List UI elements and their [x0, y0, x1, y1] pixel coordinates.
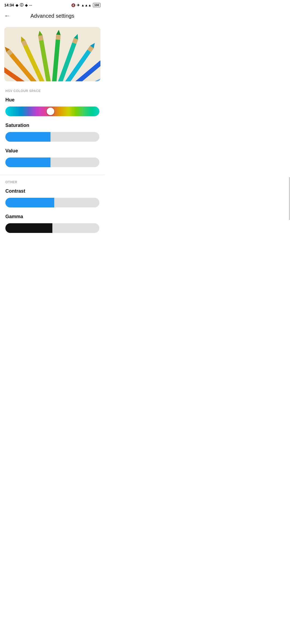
gamma-slider-section: Gamma — [0, 214, 105, 235]
battery-icon: 100 — [93, 3, 100, 7]
hue-thumb[interactable] — [47, 108, 54, 115]
mute-icon: 🔇 — [71, 3, 75, 7]
svg-rect-19 — [56, 35, 61, 40]
saturation-slider[interactable] — [5, 132, 99, 142]
info-icon: ⓘ — [20, 3, 23, 8]
saturation-slider-section: Saturation — [0, 123, 105, 148]
top-bar: ← Advanced settings — [0, 9, 105, 25]
contrast-label: Contrast — [5, 188, 99, 194]
hue-label: Hue — [5, 97, 99, 103]
status-right: 🔇 ✈ ▲▲▲ 100 — [71, 3, 100, 7]
status-time: 14:34 — [4, 3, 14, 7]
status-left: 14:34 ◆ ⓘ ◈ ··· — [4, 3, 32, 8]
hue-slider-section: Hue — [0, 97, 105, 123]
wifi-icon: ▲▲▲ — [81, 3, 92, 7]
hue-slider[interactable] — [5, 107, 99, 116]
value-label: Value — [5, 148, 99, 154]
gamma-label: Gamma — [5, 214, 99, 219]
section-divider — [0, 175, 105, 175]
contrast-slider[interactable] — [5, 198, 99, 207]
value-slider-section: Value — [0, 148, 105, 174]
gamma-slider[interactable] — [5, 223, 99, 233]
value-slider[interactable] — [5, 158, 99, 167]
rhombus-icon: ◈ — [25, 3, 28, 7]
dots-icon: ··· — [29, 3, 32, 7]
klarna-icon: ◆ — [16, 3, 18, 7]
airplane-icon: ✈ — [77, 3, 80, 7]
hsv-section-label: HSV COLOUR SPACE — [0, 89, 105, 93]
preview-image — [4, 25, 100, 84]
other-section-label: OTHER — [0, 180, 105, 184]
svg-line-45 — [4, 82, 43, 84]
saturation-label: Saturation — [5, 123, 99, 128]
contrast-slider-section: Contrast — [0, 188, 105, 214]
page-title: Advanced settings — [12, 13, 92, 19]
svg-rect-16 — [38, 35, 43, 41]
back-button[interactable]: ← — [4, 11, 12, 20]
status-bar: 14:34 ◆ ⓘ ◈ ··· 🔇 ✈ ▲▲▲ 100 — [0, 0, 105, 9]
